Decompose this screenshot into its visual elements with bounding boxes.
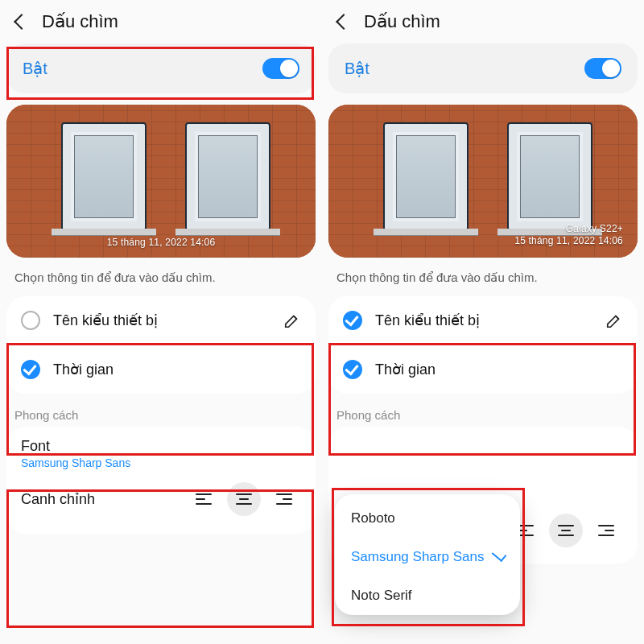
font-value: Samsung Sharp Sans	[21, 456, 301, 469]
header: Dấu chìm	[322, 0, 644, 40]
checkbox-device-name[interactable]	[21, 311, 40, 330]
font-option-samsung-sharp-sans[interactable]: Samsung Sharp Sans	[335, 538, 520, 576]
row-time[interactable]: Thời gian	[6, 345, 316, 394]
align-right-button[interactable]	[589, 514, 623, 547]
left-pane: Dấu chìm Bật 15 tháng 11, 2022 14:06 Chọ…	[0, 0, 322, 644]
row-label: Tên kiểu thiết bị	[53, 312, 270, 329]
row-label: Thời gian	[53, 361, 301, 378]
watermark-preview: Galaxy S22+ 15 tháng 11, 2022 14:06	[328, 105, 638, 258]
style-section-label: Phong cách	[322, 394, 644, 427]
watermark-date: 15 tháng 11, 2022 14:06	[514, 235, 623, 248]
align-row: Canh chỉnh	[6, 474, 316, 530]
options-card: Tên kiểu thiết bị Thời gian	[328, 296, 638, 394]
check-icon	[492, 547, 507, 562]
row-label: Tên kiểu thiết bị	[375, 312, 592, 329]
checkbox-device-name[interactable]	[343, 311, 362, 330]
align-center-button[interactable]	[227, 482, 261, 516]
row-time[interactable]: Thời gian	[328, 345, 638, 394]
row-label: Thời gian	[375, 361, 623, 378]
enable-toggle-row[interactable]: Bật	[6, 43, 316, 93]
options-card: Tên kiểu thiết bị Thời gian	[6, 296, 316, 394]
font-option-roboto[interactable]: Roboto	[335, 499, 520, 538]
enable-toggle-row[interactable]: Bật	[328, 43, 638, 93]
align-left-button[interactable]	[187, 482, 221, 516]
page-title: Dấu chìm	[42, 11, 118, 32]
back-icon[interactable]	[336, 14, 352, 30]
edit-icon[interactable]	[605, 312, 623, 329]
hint-text: Chọn thông tin để đưa vào dấu chìm.	[0, 258, 322, 296]
watermark-date-text: 15 tháng 11, 2022 14:06	[107, 237, 216, 248]
header: Dấu chìm	[0, 0, 322, 40]
font-row[interactable]: Font Samsung Sharp Sans	[6, 427, 316, 474]
row-device-name[interactable]: Tên kiểu thiết bị	[328, 296, 638, 345]
watermark-model-text: Galaxy S22+ 15 tháng 11, 2022 14:06	[514, 223, 623, 248]
style-card: Font Samsung Sharp Sans Canh chỉnh	[6, 427, 316, 534]
align-label: Canh chỉnh	[21, 490, 95, 508]
back-icon[interactable]	[14, 14, 30, 30]
font-option-label: Samsung Sharp Sans	[351, 549, 484, 564]
edit-icon[interactable]	[283, 312, 301, 329]
watermark-model: Galaxy S22+	[514, 223, 623, 236]
font-option-noto-serif[interactable]: Noto Serif	[335, 576, 520, 615]
hint-text: Chọn thông tin để đưa vào dấu chìm.	[322, 258, 644, 296]
toggle-label: Bật	[345, 59, 369, 78]
font-dropdown[interactable]: Roboto Samsung Sharp Sans Noto Serif	[335, 494, 520, 615]
style-section-label: Phong cách	[0, 394, 322, 427]
align-right-button[interactable]	[267, 482, 301, 516]
font-label: Font	[21, 438, 301, 455]
checkbox-time[interactable]	[21, 360, 40, 379]
row-device-name[interactable]: Tên kiểu thiết bị	[6, 296, 316, 345]
watermark-preview: 15 tháng 11, 2022 14:06	[6, 105, 316, 258]
right-pane: Dấu chìm Bật Galaxy S22+ 15 tháng 11, 20…	[322, 0, 644, 644]
align-center-button[interactable]	[549, 514, 583, 547]
toggle-label: Bật	[23, 59, 47, 78]
toggle-switch[interactable]	[584, 58, 621, 79]
toggle-switch[interactable]	[262, 58, 299, 79]
checkbox-time[interactable]	[343, 360, 362, 379]
page-title: Dấu chìm	[364, 11, 440, 32]
